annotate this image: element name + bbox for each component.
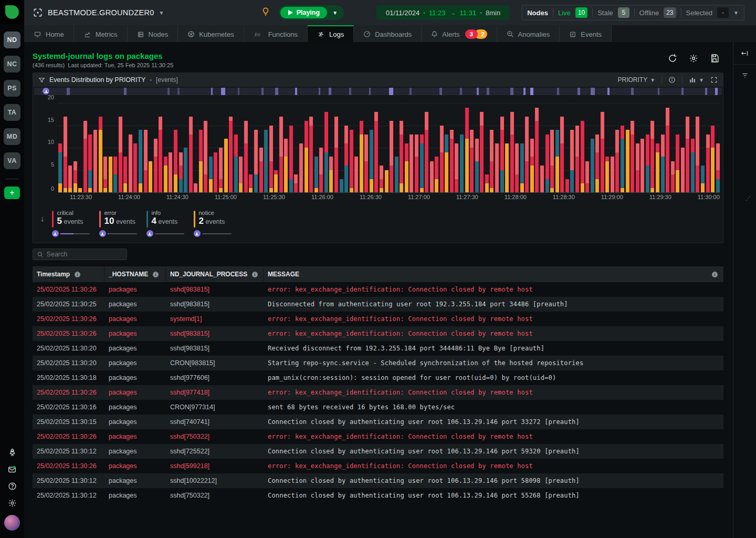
stacked-bar[interactable] — [661, 134, 665, 193]
stacked-bar[interactable] — [611, 157, 614, 192]
add-space-button[interactable]: + — [4, 187, 20, 199]
stacked-bar[interactable] — [58, 143, 62, 193]
stacked-bar[interactable] — [515, 143, 519, 193]
space-item-ta[interactable]: TA — [4, 104, 20, 121]
tab-metrics[interactable]: Metrics — [74, 25, 128, 42]
stacked-bar[interactable] — [374, 112, 378, 192]
stacked-bar[interactable] — [676, 134, 679, 193]
stacked-bar[interactable] — [686, 117, 689, 193]
stacked-bar[interactable] — [500, 117, 504, 193]
tab-functions[interactable]: f(x)Functions — [244, 25, 308, 42]
stacked-bar[interactable] — [229, 117, 233, 193]
stacked-bar[interactable] — [179, 152, 183, 193]
info-icon[interactable] — [711, 271, 718, 278]
stacked-bar[interactable] — [716, 143, 720, 193]
tab-logs[interactable]: Logs — [308, 25, 354, 42]
table-row[interactable]: 25/02/2025 11:30:26packagessystemd[1]err… — [33, 312, 723, 326]
stacked-bar[interactable] — [269, 126, 273, 193]
stacked-bar[interactable] — [621, 126, 624, 193]
table-row[interactable]: 25/02/2025 11:30:26packagessshd[983815]e… — [33, 326, 723, 341]
search-input[interactable] — [47, 251, 122, 258]
stacked-bar[interactable] — [671, 161, 675, 193]
stacked-bar[interactable] — [520, 143, 524, 193]
stacked-bar[interactable] — [259, 148, 263, 192]
filter-icon[interactable] — [733, 65, 756, 87]
col-process[interactable]: ND_JOURNAL_PROCESS — [166, 266, 264, 282]
stacked-bar[interactable] — [83, 121, 87, 192]
stacked-bar[interactable] — [656, 143, 659, 193]
table-row[interactable]: 25/02/2025 11:30:15packagessshd[740741]C… — [33, 415, 723, 429]
stacked-bar[interactable] — [701, 165, 705, 192]
table-row[interactable]: 25/02/2025 11:30:12packagessshd[725522]C… — [33, 444, 723, 459]
stacked-bar[interactable] — [119, 117, 122, 193]
stacked-bar[interactable] — [129, 134, 132, 193]
stacked-bar[interactable] — [650, 121, 654, 192]
stacked-bar[interactable] — [209, 157, 213, 192]
legend-item-info[interactable]: info4 events — [146, 210, 194, 237]
table-row[interactable]: 25/02/2025 11:30:26packagessshd[977418]e… — [33, 385, 723, 400]
stacked-bar[interactable] — [495, 143, 499, 193]
tab-alerts[interactable]: Alerts32 — [422, 25, 497, 42]
tab-events[interactable]: Events — [560, 25, 612, 42]
space-selector[interactable]: BEASTMODE.GROUNDZER0 ▼ — [33, 7, 164, 18]
stacked-bar[interactable] — [390, 121, 393, 192]
stacked-bar[interactable] — [636, 143, 639, 193]
stacked-bar[interactable] — [370, 130, 373, 192]
settings-gear-icon[interactable] — [0, 495, 24, 511]
stacked-bar[interactable] — [711, 126, 715, 193]
table-row[interactable]: 25/02/2025 11:30:16packagesCRON[977314]s… — [33, 400, 723, 415]
table-row[interactable]: 25/02/2025 11:30:18packagessshd[977606]p… — [33, 370, 723, 385]
stacked-bar[interactable] — [344, 126, 348, 193]
stacked-bar[interactable] — [133, 143, 137, 193]
stacked-bar[interactable] — [540, 165, 544, 192]
table-row[interactable]: 25/02/2025 11:30:25packagessshd[983815]D… — [33, 297, 723, 312]
space-item-nc[interactable]: NC — [4, 56, 20, 73]
refresh-icon[interactable] — [668, 54, 677, 63]
stacked-bar[interactable] — [184, 148, 187, 192]
stacked-bar[interactable] — [385, 170, 388, 193]
space-item-ps[interactable]: PS — [4, 80, 20, 97]
logs-search[interactable] — [33, 249, 127, 260]
col-message[interactable]: MESSAGE — [264, 266, 708, 282]
stacked-bar[interactable] — [681, 148, 685, 192]
stacked-bar[interactable] — [425, 112, 428, 192]
stacked-bar[interactable] — [139, 130, 142, 192]
table-row[interactable]: 25/02/2025 11:30:20packagessshd[983815]R… — [33, 341, 723, 356]
stacked-bar[interactable] — [149, 161, 152, 193]
stacked-bar[interactable] — [691, 139, 695, 192]
resize-grip-icon[interactable]: ⋰ — [746, 195, 750, 201]
stacked-bar[interactable] — [324, 112, 328, 192]
stacked-bar[interactable] — [555, 130, 559, 192]
playback-control[interactable]: Playing ▼ — [279, 5, 344, 20]
table-row[interactable]: 25/02/2025 11:30:12packagessshd[750322]C… — [33, 488, 723, 503]
stacked-bar[interactable] — [640, 139, 644, 192]
table-row[interactable]: 25/02/2025 11:30:26packagessshd[983815]e… — [33, 282, 723, 297]
stacked-bar[interactable] — [465, 108, 469, 193]
table-row[interactable]: 25/02/2025 11:30:20packagesCRON[983815]S… — [33, 356, 723, 370]
table-row[interactable]: 25/02/2025 11:30:26packagessshd[750322]e… — [33, 429, 723, 444]
stacked-bar[interactable] — [68, 165, 72, 192]
stacked-bar[interactable] — [64, 117, 67, 193]
legend-item-error[interactable]: error10 events — [99, 210, 146, 237]
stacked-bar[interactable] — [510, 112, 514, 192]
save-icon[interactable] — [710, 54, 719, 63]
table-row[interactable]: 25/02/2025 11:30:26packagessshd[599218]e… — [33, 459, 723, 473]
stacked-bar[interactable] — [530, 139, 534, 192]
stacked-bar[interactable] — [581, 121, 584, 192]
stacked-bar[interactable] — [440, 126, 444, 193]
stacked-bar[interactable] — [78, 188, 82, 193]
stacked-bar[interactable] — [294, 174, 298, 192]
stacked-bar[interactable] — [565, 179, 569, 193]
stacked-bar[interactable] — [234, 134, 238, 193]
stacked-bar[interactable] — [585, 161, 589, 193]
stacked-bar[interactable] — [144, 130, 148, 192]
col-hostname[interactable]: _HOSTNAME — [104, 266, 166, 282]
stacked-bar[interactable] — [591, 139, 594, 192]
chart-info-icon[interactable] — [668, 76, 676, 84]
stacked-bar[interactable] — [314, 157, 318, 192]
stacked-bar[interactable] — [455, 143, 458, 193]
stacked-bar[interactable] — [103, 157, 107, 192]
stacked-bar[interactable] — [244, 121, 248, 192]
stacked-bar[interactable] — [214, 152, 217, 193]
stacked-bar[interactable] — [535, 108, 539, 193]
